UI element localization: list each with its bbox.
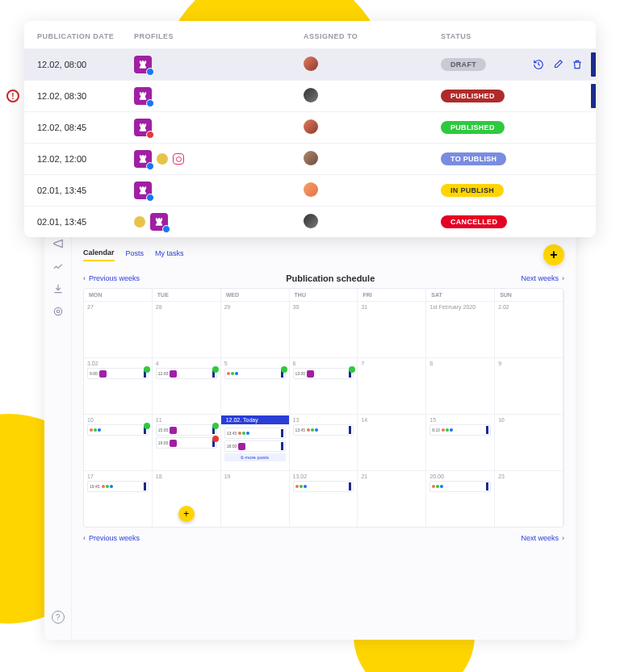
- day-number: 10: [87, 417, 149, 423]
- calendar-event[interactable]: [429, 481, 491, 492]
- calendar-event[interactable]: 15:00: [156, 424, 217, 436]
- table-row[interactable]: 12.02, 08:45PUBLISHED: [24, 111, 596, 143]
- calendar-event[interactable]: 13:45: [293, 424, 354, 436]
- profiles-cell: [134, 182, 304, 199]
- table-row[interactable]: !12.02, 08:30PUBLISHED: [24, 80, 596, 111]
- day-number: 15: [429, 417, 491, 423]
- more-posts-link[interactable]: 6 more posts: [224, 453, 286, 461]
- calendar-cell[interactable]: 9: [495, 357, 563, 414]
- table-row[interactable]: 12.02, 12:00TO PUBLISH: [24, 143, 596, 174]
- calendar-cell[interactable]: 23: [495, 470, 563, 527]
- event-time: 13:00: [295, 371, 306, 376]
- add-button[interactable]: +: [543, 244, 564, 265]
- calendar-event[interactable]: 8:10: [429, 424, 491, 436]
- platform-badge-icon: [146, 162, 154, 170]
- status-cell: DRAFT: [441, 58, 583, 71]
- profiles-cell: [134, 56, 304, 73]
- tab-my-tasks[interactable]: My tasks: [155, 249, 184, 261]
- assignee-avatar: [304, 56, 318, 71]
- next-weeks-link-bottom[interactable]: Next weeks›: [521, 534, 564, 542]
- calendar-cell[interactable]: 21: [358, 470, 426, 527]
- calendar-cell[interactable]: 7: [358, 357, 426, 414]
- event-profile-icon: [238, 443, 245, 450]
- calendar-cell[interactable]: 1115:0019:00: [153, 414, 221, 470]
- app-window: ? 🐱 PROJECT NapoleonCat ⌄ Karol Krakowia…: [44, 206, 576, 640]
- delete-icon[interactable]: [572, 59, 583, 70]
- calendar-event[interactable]: 18:00: [224, 440, 286, 452]
- calendar-cell[interactable]: 13.02: [290, 470, 358, 527]
- calendar-cell[interactable]: 12.02. Today13:4518:006 more posts: [221, 414, 290, 470]
- chevron-left-icon: ‹: [83, 274, 86, 282]
- table-row[interactable]: 12.02, 08:00DRAFT: [24, 48, 596, 80]
- calendar-cell[interactable]: 5: [221, 357, 290, 414]
- event-profile-icon: [307, 370, 314, 378]
- next-weeks-link[interactable]: Next weeks›: [521, 274, 564, 282]
- calendar-cell[interactable]: 2.02: [495, 301, 563, 357]
- profile-icon: [134, 182, 152, 199]
- event-dots-icon: [227, 372, 238, 375]
- calendar-cell[interactable]: 30: [290, 301, 358, 357]
- prev-weeks-link-bottom[interactable]: ‹Previous weeks: [83, 534, 140, 542]
- chevron-left-icon: ‹: [83, 534, 86, 542]
- calendar-event[interactable]: [224, 368, 286, 379]
- calendar-cell[interactable]: 3.029:00: [84, 357, 153, 414]
- calendar-cell[interactable]: 14: [358, 414, 426, 470]
- calendar-cell[interactable]: 412:00: [153, 357, 221, 414]
- event-status-icon: [144, 423, 150, 429]
- calendar-cell[interactable]: 31: [358, 301, 426, 357]
- publication-date: 12.02, 08:30: [37, 91, 134, 101]
- calendar-event[interactable]: 19:45: [87, 481, 149, 492]
- table-row[interactable]: 02.01, 13:45CANCELLED: [24, 206, 596, 237]
- assignee-avatar: [304, 214, 318, 228]
- day-number: 18: [156, 474, 217, 479]
- history-icon[interactable]: [533, 59, 544, 70]
- calendar-title: Publication schedule: [140, 273, 521, 283]
- edit-icon[interactable]: [552, 59, 563, 70]
- target-icon[interactable]: [52, 306, 64, 317]
- tab-posts[interactable]: Posts: [126, 249, 145, 261]
- platform-badge-icon: [146, 194, 154, 202]
- calendar-cell[interactable]: 28: [153, 301, 221, 357]
- col-date-header: PUBLICATION DATE: [37, 32, 134, 40]
- status-cell: PUBLISHED: [441, 121, 583, 134]
- day-number: 16: [498, 417, 559, 423]
- help-icon[interactable]: ?: [52, 611, 65, 624]
- calendar-event[interactable]: 19:00: [156, 437, 217, 449]
- calendar-event[interactable]: 13:45: [224, 428, 286, 439]
- megaphone-icon[interactable]: [52, 238, 64, 249]
- calendar-cell[interactable]: 1313:45: [290, 414, 358, 470]
- status-badge: CANCELLED: [441, 215, 507, 228]
- add-event-button[interactable]: +: [178, 506, 195, 522]
- calendar-cell[interactable]: 8: [426, 357, 495, 414]
- download-icon[interactable]: [52, 283, 64, 294]
- prev-weeks-link[interactable]: ‹Previous weeks: [83, 274, 140, 282]
- day-number: 2.02: [498, 304, 559, 310]
- chart-icon[interactable]: [52, 261, 64, 272]
- table-row[interactable]: 02.01, 13:45IN PUBLISH: [24, 174, 596, 206]
- calendar-cell[interactable]: 20.00: [426, 470, 495, 527]
- calendar-event[interactable]: 13:00: [293, 368, 354, 379]
- day-header: SUN: [495, 289, 563, 301]
- calendar-cell[interactable]: 18+: [153, 470, 221, 527]
- calendar-event[interactable]: [87, 424, 149, 436]
- calendar-cell[interactable]: 1st February 2020: [426, 301, 495, 357]
- calendar-event[interactable]: [293, 481, 354, 492]
- day-number: 19: [224, 474, 286, 479]
- profiles-cell: [134, 150, 304, 168]
- tab-calendar[interactable]: Calendar: [83, 248, 115, 261]
- event-status-icon: [144, 366, 150, 373]
- calendar-cell[interactable]: 16: [495, 414, 563, 470]
- calendar-cell[interactable]: 10: [84, 414, 153, 470]
- status-cell: PUBLISHED: [441, 90, 583, 102]
- calendar-cell[interactable]: 1719:45: [84, 470, 153, 527]
- event-time: 13:45: [227, 431, 237, 436]
- calendar-cell[interactable]: 27: [84, 301, 153, 357]
- platform-badge-icon: [146, 99, 154, 107]
- calendar-cell[interactable]: 613:00: [290, 357, 358, 414]
- calendar-cell[interactable]: 158:10: [426, 414, 495, 470]
- calendar-cell[interactable]: 29: [221, 301, 290, 357]
- calendar-event[interactable]: 9:00: [87, 368, 149, 379]
- calendar-event[interactable]: 12:00: [156, 368, 217, 379]
- row-indicator: [591, 84, 596, 108]
- calendar-cell[interactable]: 19: [221, 470, 290, 527]
